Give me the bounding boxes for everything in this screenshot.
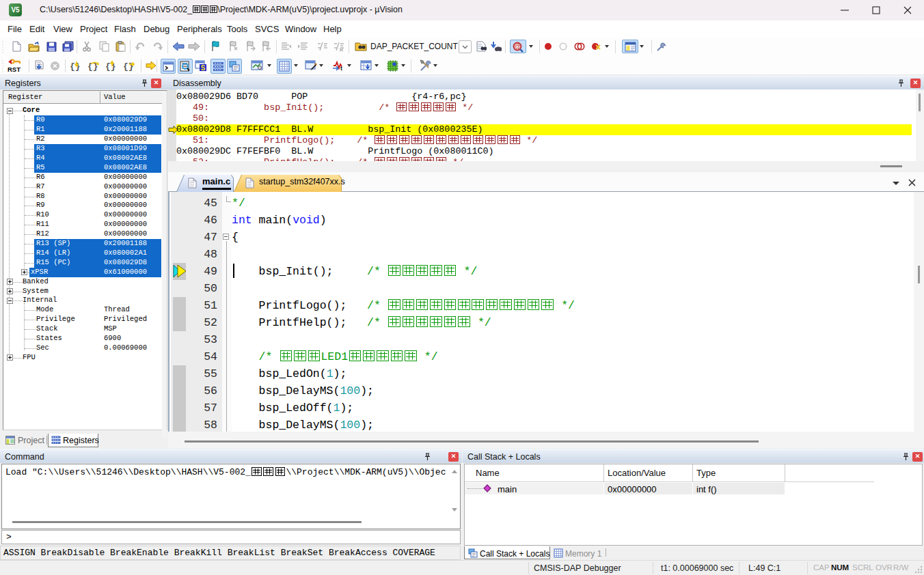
svg-text:S: S: [201, 64, 206, 71]
svg-text:{}: {}: [70, 61, 81, 72]
svg-text:RST: RST: [8, 66, 21, 73]
svg-text:t: t: [340, 65, 342, 71]
svg-text:@: @: [514, 42, 521, 50]
